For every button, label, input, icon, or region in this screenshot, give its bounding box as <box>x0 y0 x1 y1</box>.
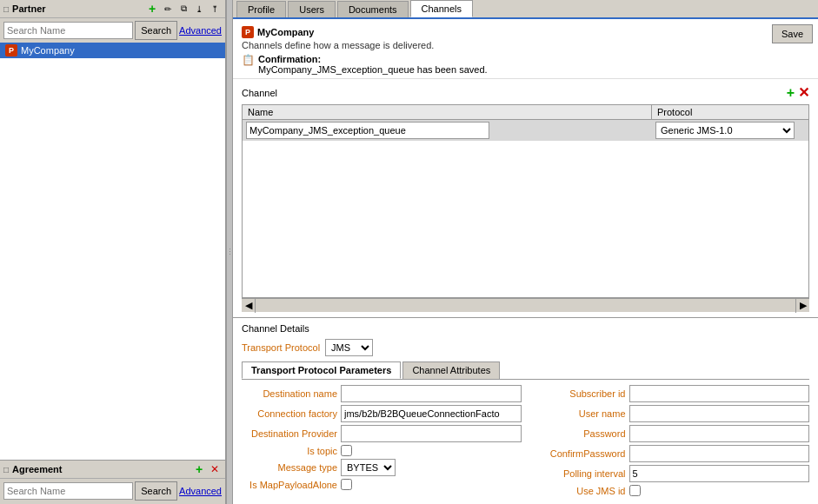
map-payload-label: Is MapPayloadAlone <box>242 480 337 490</box>
agreement-title: Agreement <box>12 464 62 474</box>
tab-documents[interactable]: Documents <box>337 1 409 17</box>
right-fields: Subscriber id User name Password Co <box>530 385 810 499</box>
protocol-select[interactable]: Generic JMS-1.0 <box>655 122 795 139</box>
partner-edit-button[interactable]: ✏ <box>161 2 175 16</box>
col-protocol-header: Protocol <box>652 105 808 119</box>
partner-search-row: Search Advanced <box>0 18 225 43</box>
confirmation-box: 📋 Confirmation: MyCompany_JMS_exception_… <box>242 54 809 75</box>
confirm-password-row: ConfirmPassword <box>530 445 810 462</box>
map-payload-row: Is MapPayloadAlone <box>242 479 522 490</box>
tab-channels[interactable]: Channels <box>410 0 473 17</box>
msg-type-row: Message type BYTES TEXT MAP <box>242 459 522 476</box>
dest-name-input[interactable] <box>341 385 522 402</box>
tab-bar: Profile Users Documents Channels <box>233 0 818 19</box>
confirmation-message: MyCompany_JMS_exception_queue has been s… <box>258 64 488 75</box>
channel-section-title: Channel <box>242 88 277 98</box>
partner-list: P MyCompany <box>0 43 225 460</box>
agreement-delete-button[interactable]: ✕ <box>208 462 222 476</box>
channel-section: Channel + ✕ Name Protocol <box>233 79 818 317</box>
confirm-password-input[interactable] <box>629 445 810 462</box>
scroll-left-arrow[interactable]: ◀ <box>242 299 256 313</box>
partner-export-button[interactable]: ⤒ <box>208 2 222 16</box>
msg-type-label: Message type <box>242 462 337 473</box>
agreement-add-button[interactable]: + <box>192 462 206 476</box>
transport-form: Destination name Connection factory Dest… <box>242 385 809 499</box>
channel-add-icon[interactable]: + <box>787 85 795 101</box>
partner-collapse-icon[interactable]: □ <box>3 4 9 14</box>
conn-factory-label: Connection factory <box>242 408 337 419</box>
channel-section-header: Channel + ✕ <box>242 84 809 101</box>
partner-header: □ Partner + ✏ ⧉ ⤓ ⤒ <box>0 0 225 18</box>
dest-provider-label: Destination Provider <box>242 428 337 439</box>
agreement-section: □ Agreement + ✕ Search Advanced <box>0 461 225 504</box>
channel-table-header: Name Protocol <box>243 105 808 120</box>
company-name: P MyCompany <box>242 26 809 38</box>
confirmation-label: Confirmation: <box>258 54 321 64</box>
channel-details: Channel Details Transport Protocol JMS H… <box>233 317 818 504</box>
subtitle: Channels define how a message is deliver… <box>242 40 809 50</box>
is-topic-checkbox[interactable] <box>341 445 352 456</box>
agreement-header: □ Agreement + ✕ <box>0 461 225 479</box>
subscriber-id-row: Subscriber id <box>530 385 810 402</box>
subscriber-id-input[interactable] <box>629 385 810 402</box>
channel-table: Name Protocol Generic JMS-1.0 <box>242 104 809 298</box>
partner-import-button[interactable]: ⤓ <box>192 2 206 16</box>
dest-provider-input[interactable] <box>341 425 522 442</box>
save-button[interactable]: Save <box>772 24 813 43</box>
polling-interval-row: Polling interval <box>530 465 810 482</box>
partner-copy-button[interactable]: ⧉ <box>176 2 190 16</box>
is-topic-row: Is topic <box>242 445 522 456</box>
password-row: Password <box>530 425 810 442</box>
agreement-advanced-link[interactable]: Advanced <box>179 486 222 496</box>
use-jms-id-row: Use JMS id <box>530 485 810 496</box>
conn-factory-row: Connection factory <box>242 405 522 422</box>
partner-advanced-link[interactable]: Advanced <box>179 25 222 36</box>
tab-transport-params[interactable]: Transport Protocol Parameters <box>242 361 401 379</box>
agreement-search-button[interactable]: Search <box>135 481 177 501</box>
transport-protocol-select[interactable]: JMS HTTP FTP <box>325 339 373 356</box>
tab-users[interactable]: Users <box>288 1 336 17</box>
channel-scrollbar[interactable]: ◀ ▶ <box>242 298 809 312</box>
conn-factory-input[interactable] <box>341 405 522 422</box>
agreement-search-row: Search Advanced <box>0 479 225 503</box>
tab-channel-attributes[interactable]: Channel Attributes <box>402 361 500 379</box>
password-label: Password <box>530 428 626 439</box>
use-jms-id-checkbox[interactable] <box>629 485 641 496</box>
channel-name-input[interactable] <box>246 122 489 139</box>
col-name-header: Name <box>243 105 652 119</box>
user-name-row: User name <box>530 405 810 422</box>
partner-search-button[interactable]: Search <box>135 21 177 40</box>
subscriber-id-label: Subscriber id <box>530 388 626 399</box>
channel-row-name-cell <box>243 120 652 141</box>
use-jms-id-label: Use JMS id <box>530 486 626 496</box>
tab-profile[interactable]: Profile <box>236 1 286 17</box>
transport-row: Transport Protocol JMS HTTP FTP <box>242 339 809 356</box>
polling-interval-input[interactable] <box>629 465 810 482</box>
user-name-input[interactable] <box>629 405 810 422</box>
scroll-track[interactable] <box>256 299 795 312</box>
left-fields: Destination name Connection factory Dest… <box>242 385 522 499</box>
agreement-search-input[interactable] <box>3 482 133 500</box>
password-input[interactable] <box>629 425 810 442</box>
content-area: Save P MyCompany Channels define how a m… <box>233 19 818 504</box>
transport-label: Transport Protocol <box>242 342 320 353</box>
partner-add-button[interactable]: + <box>145 2 159 16</box>
partner-list-item[interactable]: P MyCompany <box>0 43 225 58</box>
partner-item-icon: P <box>5 44 17 56</box>
is-topic-label: Is topic <box>242 446 337 456</box>
map-payload-checkbox[interactable] <box>341 479 352 490</box>
user-name-label: User name <box>530 408 626 419</box>
dest-name-row: Destination name <box>242 385 522 402</box>
partner-search-input[interactable] <box>3 22 133 39</box>
resize-handle[interactable]: ⋮ <box>226 0 233 504</box>
transport-tabs: Transport Protocol Parameters Channel At… <box>242 361 809 380</box>
scroll-right-arrow[interactable]: ▶ <box>795 299 809 313</box>
channel-table-row[interactable]: Generic JMS-1.0 <box>243 120 808 141</box>
channel-delete-icon[interactable]: ✕ <box>798 84 809 101</box>
dest-provider-row: Destination Provider <box>242 425 522 442</box>
channel-row-protocol-cell: Generic JMS-1.0 <box>652 120 808 141</box>
msg-type-select[interactable]: BYTES TEXT MAP <box>341 459 396 476</box>
agreement-collapse-icon[interactable]: □ <box>3 465 9 474</box>
confirm-password-label: ConfirmPassword <box>530 448 626 459</box>
content-header: Save P MyCompany Channels define how a m… <box>233 19 818 79</box>
